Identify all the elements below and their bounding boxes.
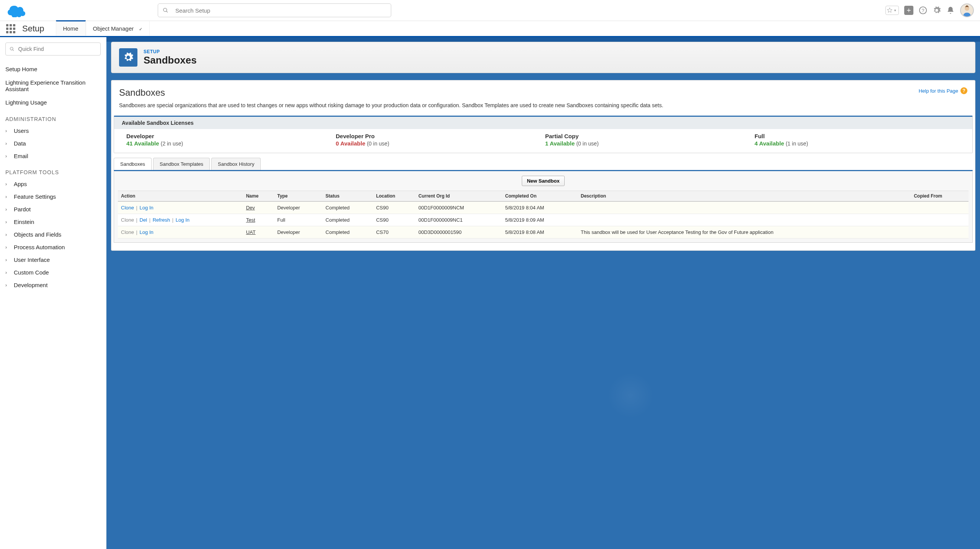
sidebar-item[interactable]: ›Data: [5, 137, 101, 150]
header-utilities: ▾ ?: [885, 3, 974, 17]
chevron-right-icon: ›: [5, 141, 9, 146]
page-header: SETUP Sandboxes: [111, 42, 975, 73]
global-search[interactable]: [158, 3, 391, 17]
chevron-right-icon: ›: [5, 257, 9, 263]
action-link[interactable]: Refresh: [153, 217, 170, 223]
chevron-down-icon: ✓: [139, 27, 142, 31]
license-name: Partial Copy: [545, 133, 751, 139]
cell-copied: [911, 201, 969, 214]
subtab-row: SandboxesSandbox TemplatesSandbox Histor…: [114, 158, 973, 170]
cell-copied: [911, 226, 969, 238]
cell-completed: 5/8/2019 8:09 AM: [502, 214, 578, 226]
table-row: Clone | Log InDevDeveloperCompletedCS900…: [118, 201, 969, 214]
action-link[interactable]: Clone: [121, 205, 134, 211]
chevron-down-icon: ▾: [893, 8, 898, 12]
sidebar-item[interactable]: ›User Interface: [5, 253, 101, 266]
action-link[interactable]: Log In: [140, 229, 154, 235]
sidebar-link[interactable]: Lightning Experience Transition Assistan…: [5, 76, 101, 96]
subtab[interactable]: Sandbox Templates: [153, 158, 210, 170]
user-avatar[interactable]: [960, 3, 974, 17]
nav-tab-home[interactable]: Home: [56, 20, 86, 36]
sidebar-item[interactable]: ›Pardot: [5, 203, 101, 216]
sidebar-item[interactable]: ›Email: [5, 150, 101, 162]
name-link[interactable]: Dev: [246, 205, 255, 211]
help-link-label: Help for this Page: [919, 88, 958, 94]
setup-gear-icon[interactable]: [933, 6, 941, 15]
license-cell: Developer41 Available (2 in use): [126, 133, 332, 147]
nav-tab-label: Object Manager: [93, 25, 134, 32]
column-header: Completed On: [502, 191, 578, 201]
license-name: Full: [755, 133, 960, 139]
sidebar-item-label: Einstein: [14, 219, 34, 225]
subtab[interactable]: Sandbox History: [211, 158, 261, 170]
cell-description: [578, 201, 911, 214]
column-header: Name: [243, 191, 274, 201]
nav-tab-object-manager[interactable]: Object Manager ✓: [86, 21, 150, 36]
app-launcher-icon[interactable]: [6, 24, 15, 33]
cell-type: Full: [274, 214, 322, 226]
action-link: Clone: [121, 217, 134, 223]
name-link[interactable]: UAT: [246, 229, 256, 235]
sidebar-item[interactable]: ›Feature Settings: [5, 190, 101, 203]
add-button[interactable]: [904, 6, 913, 15]
chevron-right-icon: ›: [5, 283, 9, 288]
cell-orgid: 00D1F0000009NCM: [415, 201, 502, 214]
help-question-icon: ?: [960, 87, 967, 94]
sidebar-item[interactable]: ›Development: [5, 279, 101, 291]
sidebar-item[interactable]: ›Users: [5, 124, 101, 137]
license-box: Available Sandbox Licenses Developer41 A…: [114, 116, 973, 153]
quick-find[interactable]: [5, 42, 101, 56]
help-link[interactable]: Help for this Page ?: [919, 87, 967, 94]
global-search-wrap: [158, 3, 391, 17]
cell-name: UAT: [243, 226, 274, 238]
column-header: Description: [578, 191, 911, 201]
sandbox-table: ActionNameTypeStatusLocationCurrent Org …: [118, 191, 969, 239]
column-header: Copied From: [911, 191, 969, 201]
license-value: 0 Available (0 in use): [336, 140, 541, 147]
column-header: Action: [118, 191, 243, 201]
page-title: Sandboxes: [144, 54, 197, 66]
sidebar-link[interactable]: Lightning Usage: [5, 96, 101, 109]
sidebar-section-heading: ADMINISTRATION: [5, 109, 101, 124]
context-nav: Setup Home Object Manager ✓: [0, 21, 980, 37]
new-sandbox-button[interactable]: New Sandbox: [522, 176, 564, 186]
sidebar-item[interactable]: ›Objects and Fields: [5, 228, 101, 241]
help-icon[interactable]: ?: [919, 6, 927, 15]
sidebar-item[interactable]: ›Einstein: [5, 216, 101, 228]
sidebar-item[interactable]: ›Custom Code: [5, 266, 101, 279]
chevron-right-icon: ›: [5, 245, 9, 250]
chevron-right-icon: ›: [5, 128, 9, 134]
subtab[interactable]: Sandboxes: [114, 158, 152, 170]
license-value: 1 Available (0 in use): [545, 140, 751, 147]
favorites-menu[interactable]: ▾: [885, 6, 899, 15]
sidebar-item-label: Feature Settings: [14, 193, 56, 200]
separator: |: [147, 217, 153, 223]
cell-completed: 5/8/2019 8:08 AM: [502, 226, 578, 238]
panel-heading: Sandboxes: [119, 87, 967, 98]
chevron-right-icon: ›: [5, 219, 9, 225]
sandboxes-panel: Help for this Page ? Sandboxes Sandboxes…: [111, 80, 975, 251]
notifications-icon[interactable]: [946, 6, 955, 15]
license-name: Developer: [126, 133, 332, 139]
cell-completed: 5/8/2019 8:04 AM: [502, 201, 578, 214]
name-link[interactable]: Test: [246, 217, 255, 223]
search-input[interactable]: [175, 7, 386, 14]
quick-find-input[interactable]: [18, 46, 96, 52]
cell-name: Test: [243, 214, 274, 226]
cell-description: [578, 214, 911, 226]
sidebar-item[interactable]: ›Apps: [5, 178, 101, 190]
cell-status: Completed: [322, 226, 373, 238]
sidebar-item[interactable]: ›Process Automation: [5, 241, 101, 253]
action-link[interactable]: Del: [140, 217, 147, 223]
action-link[interactable]: Log In: [140, 205, 154, 211]
content-area: SETUP Sandboxes Help for this Page ? San…: [106, 37, 980, 549]
sidebar-link[interactable]: Setup Home: [5, 62, 101, 76]
salesforce-logo[interactable]: [6, 3, 26, 17]
cell-location: CS90: [373, 201, 415, 214]
action-link[interactable]: Log In: [176, 217, 189, 223]
chevron-right-icon: ›: [5, 207, 9, 212]
setup-sidebar: Setup HomeLightning Experience Transitio…: [0, 37, 106, 549]
table-row: Clone | Log InUATDeveloperCompletedCS700…: [118, 226, 969, 238]
cell-status: Completed: [322, 201, 373, 214]
license-cell: Full4 Available (1 in use): [755, 133, 960, 147]
